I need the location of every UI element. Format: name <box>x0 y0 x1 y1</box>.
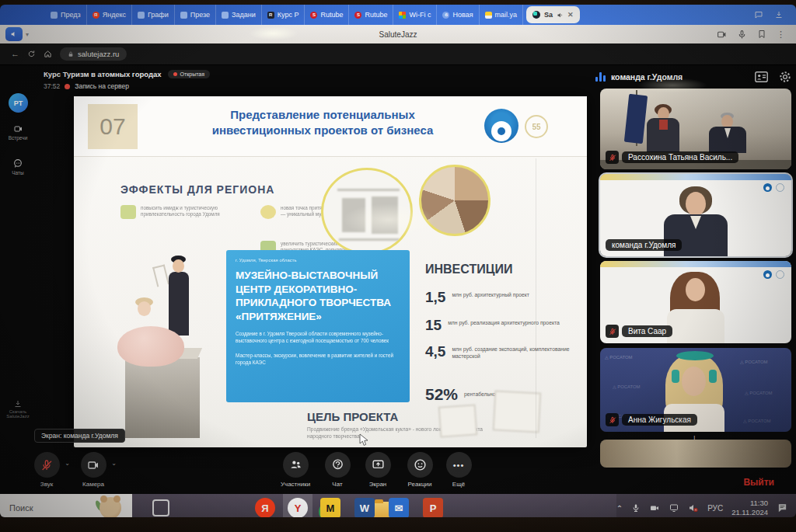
participants-icon <box>289 458 302 471</box>
participant-tile[interactable]: команда г.Удомля <box>600 174 791 256</box>
flag <box>624 94 648 144</box>
goal-heading: ЦЕЛЬ ПРОЕКТА <box>307 410 398 423</box>
muted-mic-icon <box>606 325 619 338</box>
tray-chevron-up-icon[interactable]: ⌃ <box>616 504 623 513</box>
participant-tile-partial[interactable] <box>600 440 791 468</box>
screen-share-label: Экран: команда г.Удомля <box>34 429 125 443</box>
search-highlight-image <box>100 497 121 517</box>
site-icon <box>222 12 229 19</box>
active-speaker-header: команда г.Удомля <box>595 67 791 87</box>
investment-item: 1,5 млн руб. архитектурный проект <box>425 289 573 306</box>
project-name: МУЗЕЙНО-ВЫСТАВОЧНЫЙ ЦЕНТР ДЕКОРАТИВНО- П… <box>236 269 400 323</box>
leave-button[interactable]: Выйти <box>743 477 774 488</box>
browser-tab[interactable]: Задани <box>216 5 262 25</box>
shared-screen-slide: 07 Представление потенциальных инвестици… <box>74 96 587 447</box>
photo-collage-circle <box>419 165 491 236</box>
reactions-button[interactable]: Реакции <box>398 452 442 488</box>
browser-tab[interactable]: SRutube <box>349 5 393 25</box>
headphone-cup <box>672 370 679 383</box>
more-button[interactable]: ••• Ещё <box>437 452 480 488</box>
speaker-muted-icon[interactable] <box>688 503 699 513</box>
downloads-icon[interactable] <box>774 10 784 19</box>
browser-tab[interactable]: бНовая <box>437 5 479 25</box>
yandex-browser-icon[interactable]: Y <box>288 498 308 517</box>
chevron-icon[interactable]: ⌄ <box>111 460 117 467</box>
tab-speaker-icon[interactable] <box>557 12 564 19</box>
salutejazz-favicon <box>532 11 540 19</box>
bookmark-icon[interactable] <box>757 30 766 39</box>
tray-mic-icon[interactable] <box>631 503 641 513</box>
task-view-icon[interactable] <box>152 499 169 516</box>
browser-tab[interactable]: Wi-Fi с <box>393 5 437 25</box>
project-description: Создание в г. Удомля Тверской области со… <box>236 331 400 345</box>
yandex-icon[interactable]: Я <box>255 498 275 517</box>
chevron-icon[interactable]: ⌄ <box>65 460 70 467</box>
monitor-screen: Предз ЯЯндекс Графи Презе Задани RКурс Р… <box>0 5 796 517</box>
notifications-icon[interactable] <box>777 502 788 513</box>
browser-tab[interactable]: Графи <box>132 5 175 25</box>
reload-icon[interactable] <box>27 50 36 58</box>
menu-dots-icon[interactable]: ⋮ <box>777 30 785 40</box>
mouse-cursor <box>359 433 368 447</box>
muted-mic-icon <box>606 413 619 426</box>
mic-muted-icon <box>40 459 53 471</box>
chats-icon <box>12 158 23 169</box>
participant-tile[interactable]: ◬ РОСАТОМ ◬ РОСАТОМ ◬ РОСАТОМ ◬ РОСАТОМ … <box>600 348 791 432</box>
participant-name: Вита Саар <box>622 325 672 337</box>
sidebar-item-chats[interactable]: Чаты <box>0 158 36 176</box>
browser-tab[interactable]: mail.ya <box>480 5 524 25</box>
back-icon[interactable]: ← <box>11 50 19 58</box>
home-icon[interactable] <box>44 50 52 58</box>
chat-button[interactable]: Чат <box>316 452 359 488</box>
download-app-link[interactable]: Скачать SaluteJazz <box>0 399 36 419</box>
avatar[interactable]: РТ <box>9 93 28 113</box>
app-sidebar: РТ Встречи Чаты Скачать SaluteJazz <box>0 65 36 494</box>
browser-tab[interactable]: ЯЯндекс <box>87 5 132 25</box>
tab-close-icon[interactable]: ✕ <box>567 11 574 19</box>
slide-number: 07 <box>88 104 138 149</box>
participant-tile[interactable]: Рассохина Татьяна Василь... <box>600 89 791 169</box>
taskbar-search[interactable]: Поиск <box>0 494 132 517</box>
person-icon <box>260 205 276 219</box>
screen-share-button[interactable]: Экран <box>356 452 400 488</box>
site-icon: б <box>442 12 449 19</box>
tray-display-icon[interactable] <box>669 503 679 513</box>
lock-icon <box>68 51 74 57</box>
participants-button[interactable]: Участники <box>274 452 317 488</box>
layout-panel-icon[interactable] <box>755 71 768 82</box>
address-bar[interactable]: salutejazz.ru <box>60 47 127 61</box>
browser-title-bar: ▾ SaluteJazz ⋮ <box>0 25 796 43</box>
browser-tab[interactable]: RКурс Р <box>262 5 305 25</box>
chat-panel-icon[interactable] <box>754 10 763 19</box>
investment-item: 4,5 млн руб. создание экспозиций, компле… <box>425 343 573 360</box>
video-feed <box>600 440 791 468</box>
participant-name: команда г.Удомля <box>606 239 682 251</box>
language-indicator[interactable]: РУС <box>707 504 723 513</box>
participant-name: Рассохина Татьяна Василь... <box>622 151 738 163</box>
project-description-2: Мастер-классы, экскурсии, вовлечение в р… <box>236 353 400 367</box>
tray-camera-icon[interactable] <box>649 503 660 513</box>
browser-tab-active-salutejazz[interactable]: Sa ✕ <box>526 6 580 23</box>
camera-toggle-button[interactable]: ⌄ Камера <box>72 452 115 488</box>
mic-toggle-button[interactable]: ⌄ Звук <box>25 452 68 488</box>
gear-icon[interactable] <box>779 71 791 83</box>
partner-mini-logo <box>776 183 784 192</box>
browser-tab[interactable]: Презе <box>175 5 216 25</box>
word-icon[interactable]: W <box>354 498 375 517</box>
powerpoint-icon[interactable]: P <box>423 498 443 517</box>
mic-icon[interactable] <box>737 30 747 40</box>
browser-tab[interactable]: SRutube <box>305 5 349 25</box>
sidebar-item-meetings[interactable]: Встречи <box>0 124 36 141</box>
browser-tab[interactable]: Предз <box>45 5 87 25</box>
meeting-title: Курс Туризм в атомных городах <box>44 70 162 78</box>
participant-tile[interactable]: Вита Саар <box>600 261 791 343</box>
badge-dot-icon <box>173 72 177 76</box>
camera-icon <box>87 459 100 471</box>
project-location: г. Удомля, Тверская область <box>236 258 400 263</box>
mail-app-icon[interactable]: ✉ <box>389 498 409 517</box>
miro-icon[interactable]: M <box>320 498 340 517</box>
clock[interactable]: 11:30 21.11.2024 <box>731 499 768 517</box>
effect-item: повысить имидж и туристическую привлекат… <box>120 205 245 219</box>
camera-icon[interactable] <box>717 30 727 40</box>
anniversary-55-logo: 55 <box>525 115 548 138</box>
